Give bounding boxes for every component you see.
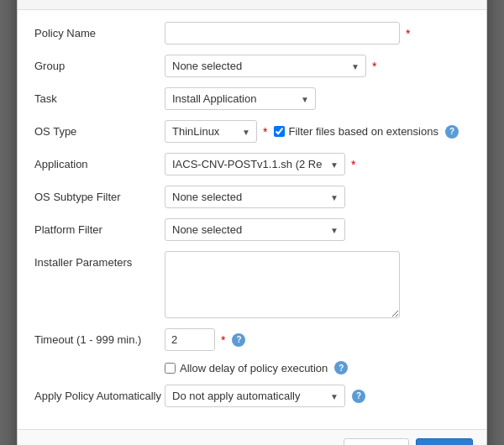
os-type-required: *	[263, 125, 267, 139]
group-row: Group None selected ▼ *	[34, 55, 470, 77]
timeout-help-icon[interactable]: ?	[232, 333, 245, 347]
dialog-header: Add Standard App Policy ×	[18, 0, 486, 10]
policy-name-required: *	[406, 27, 410, 40]
group-label: Group	[34, 55, 165, 72]
policy-name-control: *	[165, 22, 470, 44]
filter-files-checkbox[interactable]	[274, 126, 285, 137]
application-select[interactable]: IACS-CNV-POSTv1.1.sh (2 Reposi	[165, 153, 345, 175]
filter-checkbox-wrap: Filter files based on extensions ?	[274, 125, 458, 139]
os-type-select[interactable]: ThinLinux	[165, 120, 257, 143]
installer-parameters-label: Installer Parameters	[34, 251, 165, 269]
timeout-control: * ?	[165, 328, 470, 351]
platform-filter-select-wrap: None selected ▼	[165, 218, 345, 241]
application-label: Application	[34, 153, 165, 170]
policy-name-row: Policy Name *	[34, 22, 470, 44]
allow-delay-checkbox-label[interactable]: Allow delay of policy execution	[165, 362, 328, 374]
os-subtype-select-wrap: None selected ▼	[165, 186, 345, 208]
group-select[interactable]: None selected	[165, 55, 366, 77]
group-select-wrap: None selected ▼	[165, 55, 366, 77]
filter-help-icon[interactable]: ?	[445, 125, 459, 139]
group-required: *	[372, 60, 376, 73]
os-type-label: OS Type	[34, 120, 165, 138]
application-select-wrap: IACS-CNV-POSTv1.1.sh (2 Reposi ▼	[165, 153, 345, 175]
platform-filter-row: Platform Filter None selected ▼	[34, 218, 470, 241]
apply-policy-select[interactable]: Do not apply automatically	[165, 385, 345, 407]
group-control: None selected ▼ *	[165, 55, 470, 77]
application-control: IACS-CNV-POSTv1.1.sh (2 Reposi ▼ *	[165, 153, 470, 175]
task-label: Task	[34, 87, 165, 105]
allow-delay-label-spacer	[34, 361, 165, 366]
task-select-wrap: Install Application ▼	[165, 87, 316, 110]
os-subtype-filter-label: OS Subtype Filter	[34, 186, 165, 203]
timeout-row: Timeout (1 - 999 min.) * ?	[34, 328, 470, 351]
add-standard-app-policy-dialog: Add Standard App Policy × Policy Name * …	[17, 0, 487, 445]
installer-parameters-row: Installer Parameters	[34, 251, 470, 318]
application-required: *	[351, 158, 355, 171]
installer-parameters-textarea[interactable]	[165, 251, 400, 318]
apply-policy-help-icon[interactable]: ?	[352, 390, 365, 403]
close-button[interactable]: ×	[457, 0, 475, 1]
allow-delay-checkbox[interactable]	[165, 363, 176, 374]
save-button[interactable]: Save	[416, 438, 473, 445]
apply-policy-control: Do not apply automatically ▼ ?	[165, 385, 470, 407]
os-type-row: OS Type ThinLinux ▼ * Filter files based…	[34, 120, 470, 143]
platform-filter-label: Platform Filter	[34, 218, 165, 236]
timeout-input[interactable]	[165, 328, 215, 351]
dialog-body: Policy Name * Group None selected ▼ * Ta…	[18, 10, 486, 429]
platform-filter-select[interactable]: None selected	[165, 218, 345, 241]
application-row: Application IACS-CNV-POSTv1.1.sh (2 Repo…	[34, 153, 470, 175]
dialog-footer: Cancel Save	[18, 429, 486, 445]
os-subtype-filter-control: None selected ▼	[165, 186, 470, 208]
allow-delay-text: Allow delay of policy execution	[180, 362, 328, 374]
task-row: Task Install Application ▼	[34, 87, 470, 110]
task-select[interactable]: Install Application	[165, 87, 316, 110]
allow-delay-control: Allow delay of policy execution ?	[165, 361, 470, 374]
os-type-select-wrap: ThinLinux ▼	[165, 120, 257, 143]
policy-name-input[interactable]	[165, 22, 400, 44]
timeout-required: *	[221, 333, 225, 347]
filter-files-label[interactable]: Filter files based on extensions	[288, 125, 438, 138]
apply-policy-label: Apply Policy Automatically	[34, 385, 165, 402]
os-type-control: ThinLinux ▼ * Filter files based on exte…	[165, 120, 470, 143]
policy-name-label: Policy Name	[34, 22, 165, 39]
platform-filter-control: None selected ▼	[165, 218, 470, 241]
apply-policy-row: Apply Policy Automatically Do not apply …	[34, 385, 470, 407]
installer-parameters-control	[165, 251, 470, 318]
os-subtype-select[interactable]: None selected	[165, 186, 345, 208]
timeout-label: Timeout (1 - 999 min.)	[34, 328, 165, 346]
allow-delay-help-icon[interactable]: ?	[334, 361, 348, 374]
allow-delay-row: Allow delay of policy execution ?	[34, 361, 470, 374]
cancel-button[interactable]: Cancel	[344, 438, 409, 445]
apply-policy-select-wrap: Do not apply automatically ▼	[165, 385, 345, 407]
task-control: Install Application ▼	[165, 87, 470, 110]
os-subtype-filter-row: OS Subtype Filter None selected ▼	[34, 186, 470, 208]
